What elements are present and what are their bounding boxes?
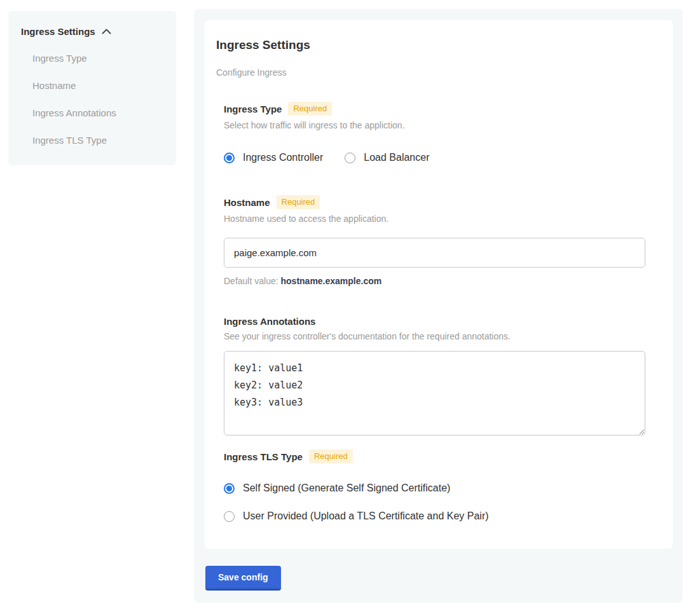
radio-option-label: Ingress Controller <box>243 152 323 163</box>
ingress-type-radio-group: Ingress Controller Load Balancer <box>224 152 652 163</box>
page-subtitle: Configure Ingress <box>216 67 652 78</box>
radio-option-label: User Provided (Upload a TLS Certificate … <box>243 510 489 522</box>
sidebar-item-ingress-type[interactable]: Ingress Type <box>21 52 163 64</box>
radio-option-load-balancer[interactable]: Load Balancer <box>345 152 429 163</box>
section-ingress-type: Ingress Type Required Select how traffic… <box>224 102 652 163</box>
ingress-annotations-textarea[interactable]: key1: value1 key2: value2 key3: value3 <box>224 351 645 435</box>
page-title: Ingress Settings <box>216 38 652 52</box>
ingress-annotations-help: See your ingress controller's documentat… <box>224 331 652 341</box>
save-config-button[interactable]: Save config <box>205 566 281 591</box>
chevron-up-icon <box>102 29 111 34</box>
hostname-input[interactable] <box>224 238 645 268</box>
ingress-annotations-label: Ingress Annotations <box>224 316 315 327</box>
radio-button-icon[interactable] <box>224 153 235 163</box>
sidebar-group-ingress-settings[interactable]: Ingress Settings <box>21 26 163 37</box>
radio-option-user-provided[interactable]: User Provided (Upload a TLS Certificate … <box>224 510 652 522</box>
config-sidebar: Ingress Settings Ingress Type Hostname I… <box>8 11 176 165</box>
hostname-default-line: Default value: hostname.example.com <box>224 276 652 286</box>
ingress-tls-type-label: Ingress TLS Type <box>224 451 303 462</box>
radio-button-icon[interactable] <box>345 153 355 163</box>
config-content-panel: Ingress Settings Configure Ingress Ingre… <box>194 9 683 603</box>
radio-option-label: Self Signed (Generate Self Signed Certif… <box>243 483 450 494</box>
required-badge: Required <box>277 195 320 209</box>
radio-button-icon[interactable] <box>224 483 235 494</box>
ingress-type-help: Select how traffic will ingress to the a… <box>224 120 652 130</box>
section-hostname: Hostname Required Hostname used to acces… <box>224 195 652 286</box>
config-card: Ingress Settings Configure Ingress Ingre… <box>205 20 673 549</box>
default-value-prefix: Default value: <box>224 276 281 286</box>
default-value-text: hostname.example.com <box>281 276 382 286</box>
section-ingress-tls-type: Ingress TLS Type Required Self Signed (G… <box>224 449 652 522</box>
required-badge: Required <box>288 102 332 116</box>
sidebar-item-ingress-tls-type[interactable]: Ingress TLS Type <box>21 134 163 146</box>
sidebar-item-hostname[interactable]: Hostname <box>21 79 163 92</box>
radio-option-label: Load Balancer <box>364 152 429 163</box>
hostname-label: Hostname <box>224 197 270 208</box>
ingress-tls-type-radio-group: Self Signed (Generate Self Signed Certif… <box>224 483 652 522</box>
sidebar-item-list: Ingress Type Hostname Ingress Annotation… <box>21 37 163 146</box>
ingress-type-label: Ingress Type <box>224 104 282 114</box>
radio-option-ingress-controller[interactable]: Ingress Controller <box>224 152 323 163</box>
sidebar-group-label: Ingress Settings <box>21 26 95 37</box>
required-badge: Required <box>309 449 353 463</box>
sidebar-item-ingress-annotations[interactable]: Ingress Annotations <box>21 107 163 119</box>
section-ingress-annotations: Ingress Annotations See your ingress con… <box>224 316 652 435</box>
hostname-help: Hostname used to access the application. <box>224 214 652 224</box>
config-page: Ingress Settings Ingress Type Hostname I… <box>0 0 693 603</box>
radio-option-self-signed[interactable]: Self Signed (Generate Self Signed Certif… <box>224 483 652 494</box>
radio-button-icon[interactable] <box>224 511 235 522</box>
